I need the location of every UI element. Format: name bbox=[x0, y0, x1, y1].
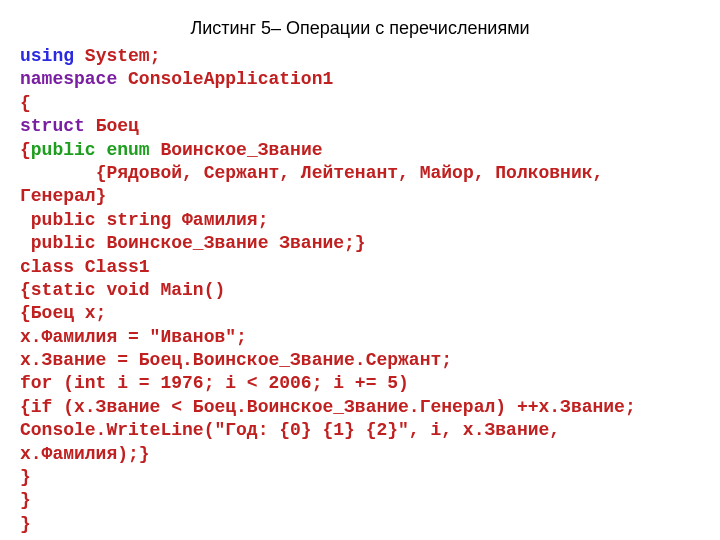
tok-assign1: x.Фамилия = "Иванов"; bbox=[20, 327, 247, 347]
tok-if: {if (x.Звание < Боец.Воинское_Звание.Ген… bbox=[20, 397, 636, 417]
listing-title: Листинг 5– Операции с перечислениями bbox=[20, 18, 700, 39]
tok-class: class Class1 bbox=[20, 257, 150, 277]
tok-close2: } bbox=[20, 490, 31, 510]
tok-enumvals: {Рядовой, Сержант, Лейтенант, Майор, Пол… bbox=[20, 163, 614, 206]
tok-field2: public Воинское_Звание Звание;} bbox=[20, 233, 366, 253]
kw-using: using bbox=[20, 46, 74, 66]
tok-decl: {Боец x; bbox=[20, 303, 106, 323]
kw-struct: struct bbox=[20, 116, 85, 136]
tok-close3: } bbox=[20, 514, 31, 534]
tok-system: System; bbox=[85, 46, 161, 66]
tok-for: for (int i = 1976; i < 2006; i += 5) bbox=[20, 373, 409, 393]
tok-field1: public string Фамилия; bbox=[20, 210, 268, 230]
tok-close1: } bbox=[20, 467, 31, 487]
kw-enum: enum bbox=[106, 140, 149, 160]
tok-assign2: x.Звание = Боец.Воинское_Звание.Сержант; bbox=[20, 350, 452, 370]
code-block: using System; namespace ConsoleApplicati… bbox=[20, 45, 700, 536]
tok-writeline: Console.WriteLine("Год: {0} {1} {2}", i,… bbox=[20, 420, 571, 463]
tok-brace: { bbox=[20, 140, 31, 160]
tok-enumname: Воинское_Звание bbox=[160, 140, 322, 160]
tok-nsname: ConsoleApplication1 bbox=[128, 69, 333, 89]
tok-structname: Боец bbox=[96, 116, 139, 136]
kw-public: public bbox=[31, 140, 96, 160]
tok-brace-open: { bbox=[20, 93, 31, 113]
kw-namespace: namespace bbox=[20, 69, 117, 89]
tok-main: {static void Main() bbox=[20, 280, 225, 300]
